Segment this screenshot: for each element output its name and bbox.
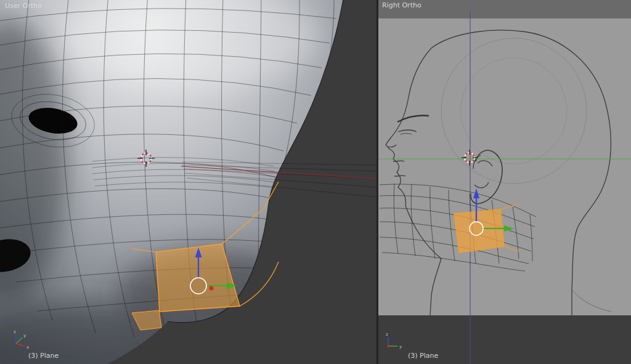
viewport-3d-user-ortho[interactable]: x y z User Ortho (3) Plane — [0, 0, 377, 364]
mini-axis-x-dot — [387, 345, 389, 347]
object-info-left: (3) Plane — [28, 352, 59, 360]
object-info-right: (3) Plane — [408, 352, 438, 360]
mini-axis-y-label: y — [23, 333, 26, 338]
mini-axis-z-label: z — [386, 332, 388, 337]
mini-axis-y-label: y — [399, 344, 402, 349]
blender-window: x y z User Ortho (3) Plane — [0, 0, 631, 364]
reference-image-background — [377, 18, 631, 315]
viewport-divider[interactable] — [377, 0, 378, 364]
viewport-3d-right-ortho[interactable]: y z Right Ortho (3) Plane — [377, 0, 631, 364]
viewport-label-right: Right Ortho — [382, 1, 421, 9]
selected-face[interactable] — [454, 209, 504, 253]
mini-axis-x-label: x — [26, 345, 29, 350]
gizmo-x-handle[interactable] — [210, 286, 214, 291]
mini-axis-z-label: z — [14, 330, 16, 334]
viewport-label-left: User Ortho — [5, 2, 42, 10]
